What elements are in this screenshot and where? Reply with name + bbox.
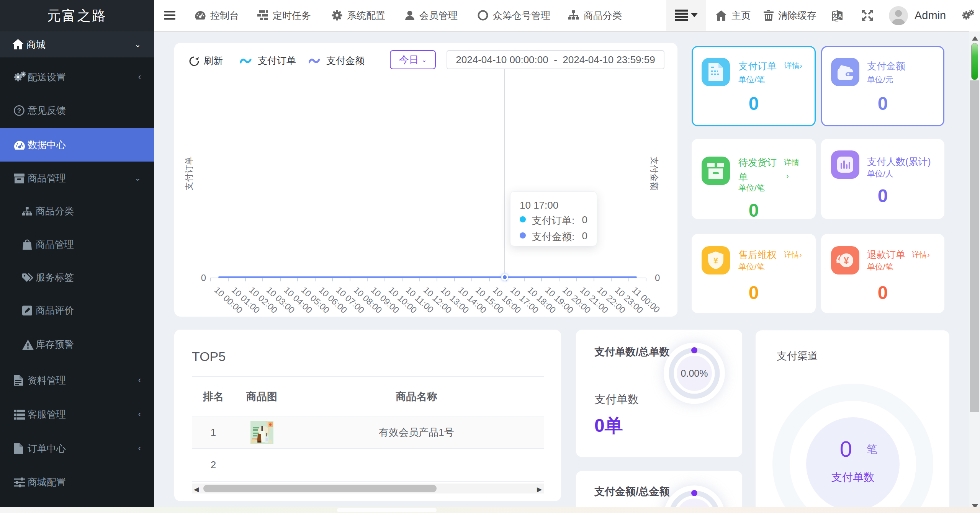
svg-text:¥: ¥	[844, 255, 849, 266]
svg-text:文: 文	[832, 13, 838, 18]
svg-text:¥: ¥	[713, 256, 718, 265]
svg-text:?: ?	[17, 107, 21, 114]
svg-text:A: A	[838, 13, 842, 19]
